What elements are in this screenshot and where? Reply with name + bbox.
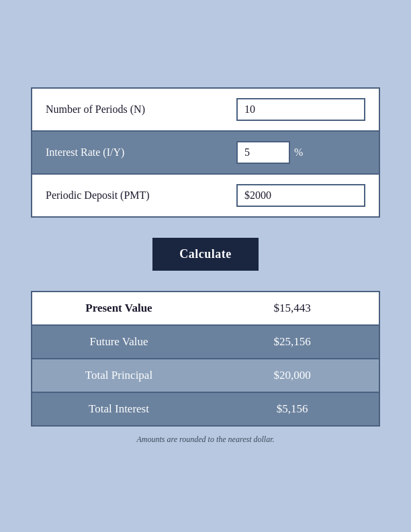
interest-rate-cell: % [223, 131, 379, 174]
pmt-cell [223, 174, 379, 217]
interest-rate-input[interactable] [236, 141, 290, 164]
present-value-row: Present Value $15,443 [32, 292, 379, 325]
input-table: Number of Periods (N) Interest Rate (I/Y… [31, 87, 380, 218]
button-section: Calculate [31, 238, 380, 271]
present-value-label: Present Value [32, 292, 205, 325]
interest-rate-row: Interest Rate (I/Y) % [32, 131, 379, 174]
pmt-input[interactable] [236, 184, 365, 207]
num-periods-label: Number of Periods (N) [32, 88, 223, 131]
interest-rate-label: Interest Rate (I/Y) [32, 131, 223, 174]
total-interest-value: $5,156 [205, 392, 379, 426]
present-value-value: $15,443 [205, 292, 379, 325]
num-periods-input[interactable] [236, 98, 365, 121]
num-periods-row: Number of Periods (N) [32, 88, 379, 131]
future-value-value: $25,156 [205, 325, 379, 359]
disclaimer-text: Amounts are rounded to the nearest dolla… [31, 435, 380, 445]
future-value-label: Future Value [32, 325, 205, 359]
total-principal-value: $20,000 [205, 359, 379, 392]
results-table: Present Value $15,443 Future Value $25,1… [31, 291, 380, 427]
calculate-button[interactable]: Calculate [152, 238, 258, 271]
pmt-label: Periodic Deposit (PMT) [32, 174, 223, 217]
pmt-row: Periodic Deposit (PMT) [32, 174, 379, 217]
total-principal-row: Total Principal $20,000 [32, 359, 379, 392]
total-principal-label: Total Principal [32, 359, 205, 392]
num-periods-cell [223, 88, 379, 131]
percent-sign: % [294, 146, 303, 159]
total-interest-row: Total Interest $5,156 [32, 392, 379, 426]
calculator-page: Number of Periods (N) Interest Rate (I/Y… [17, 67, 394, 465]
total-interest-label: Total Interest [32, 392, 205, 426]
future-value-row: Future Value $25,156 [32, 325, 379, 359]
